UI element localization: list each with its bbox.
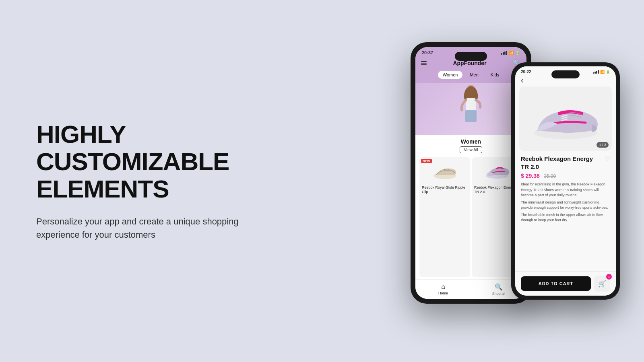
- image-counter: 1 / 3: [597, 142, 609, 148]
- products-grid: NEW Reebok Royal Glide Ripple Clip: [415, 155, 526, 280]
- status-icons-2: 📶 🔋: [593, 70, 610, 74]
- wishlist-icon[interactable]: ♡: [605, 155, 610, 162]
- heading-line2: ELEMENTS: [36, 175, 169, 203]
- svg-rect-1: [466, 98, 476, 111]
- status-icons-1: 📶 🔋: [501, 51, 520, 55]
- heading-line1: HIGHLY CUSTOMIZABLE: [36, 120, 229, 175]
- time-1: 20:37: [422, 50, 433, 55]
- add-to-cart-button[interactable]: ADD TO CART: [521, 276, 591, 291]
- signal-icon-2: [593, 70, 599, 74]
- product-desc-2: The minimalist design and lightweight cu…: [521, 200, 610, 211]
- main-heading: HIGHLY CUSTOMIZABLE ELEMENTS: [36, 121, 246, 203]
- nav-shop-label: Shop all: [492, 292, 506, 296]
- product-shoe-svg: [529, 97, 602, 141]
- status-bar-1: 20:37 📶 🔋: [415, 47, 526, 57]
- phones-container: 20:37 📶 🔋: [411, 30, 620, 332]
- product-name-row: Reebok Flexagon Energy TR 2.0 ♡: [521, 155, 610, 171]
- product-card-1[interactable]: NEW Reebok Royal Glide Ripple Clip: [419, 157, 470, 277]
- time-2: 20:22: [521, 70, 531, 74]
- cart-badge: 1: [606, 274, 612, 280]
- women-section-header: Women View All: [415, 135, 526, 155]
- subtext: Personalize your app and create a unique…: [36, 215, 246, 241]
- shoe-img-1: [432, 164, 458, 180]
- tab-men[interactable]: Men: [465, 71, 483, 79]
- svg-rect-2: [465, 110, 477, 122]
- bottom-nav: ⌂ Home 🔍 Shop all: [415, 280, 526, 299]
- wifi-icon-2: 📶: [600, 70, 605, 74]
- svg-point-5: [487, 172, 493, 176]
- product-desc-1: Ideal for exercising in the gym, the Ree…: [521, 182, 610, 198]
- price-original: 35.00: [544, 173, 556, 179]
- cart-icon: 🛒: [598, 280, 606, 288]
- hamburger-icon[interactable]: [421, 61, 427, 65]
- notch-2: [551, 70, 580, 78]
- product-desc-3: The breathable mesh in the upper allows …: [521, 212, 610, 223]
- hero-image: [453, 84, 489, 134]
- add-to-cart-bar: ADD TO CART 🛒 1: [515, 271, 616, 296]
- status-bar-2: 20:22 📶 🔋: [515, 66, 616, 76]
- cart-button[interactable]: 🛒 1: [594, 276, 610, 292]
- hero-area: [415, 83, 526, 135]
- notch-1: [455, 52, 487, 61]
- price-row: $ 29.38 35.00: [521, 172, 610, 179]
- tab-women[interactable]: Women: [438, 71, 463, 79]
- left-section: HIGHLY CUSTOMIZABLE ELEMENTS Personalize…: [0, 121, 282, 242]
- signal-icon: [501, 51, 507, 55]
- phone-2: 20:22 📶 🔋 ‹: [511, 62, 620, 300]
- home-icon: ⌂: [441, 283, 445, 290]
- product-detail-image: 1 / 3: [519, 86, 612, 151]
- section-title: Women: [421, 138, 521, 145]
- product-name-1: Reebok Royal Glide Ripple Clip: [422, 185, 468, 194]
- product-info: Reebok Flexagon Energy TR 2.0 ♡ $ 29.38 …: [515, 151, 616, 271]
- wifi-icon: 📶: [509, 51, 514, 55]
- view-all-button[interactable]: View All: [460, 146, 483, 153]
- price-current: $ 29.38: [521, 173, 540, 179]
- new-badge: NEW: [421, 159, 432, 163]
- nav-home[interactable]: ⌂ Home: [415, 283, 471, 296]
- shop-icon: 🔍: [495, 283, 503, 291]
- battery-icon-2: 🔋: [606, 70, 610, 74]
- nav-home-label: Home: [438, 291, 448, 295]
- product-detail-name: Reebok Flexagon Energy TR 2.0: [521, 155, 601, 171]
- phone-2-inner: 20:22 📶 🔋 ‹: [515, 66, 616, 296]
- phone-1-inner: 20:37 📶 🔋: [415, 47, 526, 299]
- product-image-1: [422, 160, 468, 184]
- shoe-img-2: [484, 164, 510, 180]
- tab-kids[interactable]: Kids: [486, 71, 504, 79]
- battery-icon: 🔋: [515, 51, 520, 55]
- category-tabs: Women Men Kids: [415, 71, 526, 83]
